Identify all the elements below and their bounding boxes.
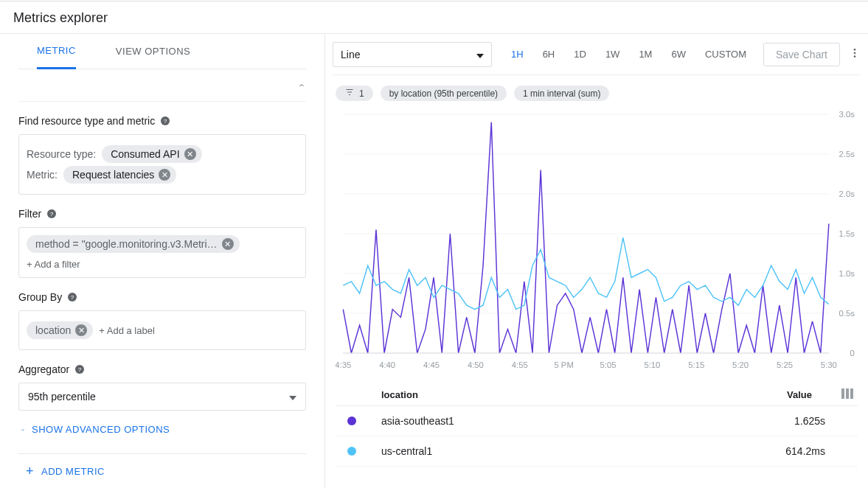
svg-text:3.0s: 3.0s (839, 110, 855, 119)
svg-point-9 (854, 52, 856, 55)
range-tab-6h[interactable]: 6H (543, 49, 555, 60)
overflow-menu-icon[interactable] (849, 47, 861, 61)
pill-group[interactable]: by location (95th percentile) (381, 86, 507, 101)
pill-filter-count[interactable]: 1 (336, 86, 373, 101)
chip-metric[interactable]: Request latencies ✕ (63, 166, 176, 184)
tab-metric[interactable]: Metric (37, 34, 76, 69)
chip-remove-icon[interactable]: ✕ (75, 324, 87, 336)
aggregator-select[interactable]: 95th percentile (18, 383, 306, 411)
svg-text:4:35: 4:35 (336, 360, 351, 369)
svg-text:5:30: 5:30 (821, 360, 837, 369)
chevron-up-icon[interactable] (297, 81, 306, 92)
find-resource-label: Find resource type and metric (18, 115, 155, 127)
legend-header-location[interactable]: location (381, 389, 418, 400)
chart-type-select[interactable]: Line (333, 42, 492, 67)
range-tab-1h[interactable]: 1H (511, 49, 524, 60)
help-icon[interactable]: ? (159, 115, 171, 127)
page-title: Metrics explorer (13, 10, 855, 26)
show-advanced-toggle[interactable]: SHOW ADVANCED OPTIONS (18, 424, 306, 435)
add-metric-label: ADD METRIC (41, 466, 105, 477)
svg-text:5:15: 5:15 (688, 360, 704, 369)
help-icon[interactable]: ? (74, 363, 86, 375)
add-metric-button[interactable]: + ADD METRIC (18, 453, 306, 488)
aggregator-value: 95th percentile (28, 391, 96, 402)
filter-box[interactable]: method = "google.monitoring.v3.Metri… ✕ … (18, 227, 306, 278)
legend-name: us-central1 (381, 445, 432, 457)
chip-group-text: location (35, 324, 71, 336)
chevron-down-icon (289, 391, 296, 402)
svg-text:5 PM: 5 PM (554, 360, 573, 369)
series-color-dot (347, 447, 356, 456)
svg-text:0: 0 (850, 349, 855, 358)
legend-value: 1.625s (794, 415, 825, 427)
help-icon[interactable]: ? (66, 291, 78, 303)
chip-remove-icon[interactable]: ✕ (184, 148, 196, 160)
legend-name: asia-southeast1 (381, 415, 454, 427)
pill-filter-count-text: 1 (359, 88, 364, 99)
pill-interval[interactable]: 1 min interval (sum) (514, 86, 609, 101)
chevron-down-icon (18, 424, 27, 435)
tab-view-options[interactable]: View Options (116, 34, 190, 69)
save-chart-button[interactable]: Save Chart (763, 43, 840, 66)
svg-text:?: ? (71, 294, 74, 301)
svg-rect-40 (850, 388, 853, 399)
svg-text:4:50: 4:50 (468, 360, 484, 369)
svg-point-10 (854, 55, 856, 57)
aggregator-label: Aggregator (18, 363, 69, 375)
add-label-link[interactable]: + Add a label (99, 325, 155, 336)
svg-text:5:05: 5:05 (600, 360, 617, 369)
legend-row[interactable]: asia-southeast1 1.625s (336, 406, 858, 436)
chevron-down-icon (476, 49, 484, 60)
line-chart[interactable]: 00.5s1.0s1.5s2.0s2.5s3.0s4:354:404:454:5… (336, 108, 858, 374)
svg-point-8 (854, 49, 856, 51)
chip-remove-icon[interactable]: ✕ (159, 169, 170, 181)
svg-text:5:20: 5:20 (732, 360, 749, 369)
columns-icon[interactable] (841, 388, 853, 401)
metric-label: Metric: (27, 169, 58, 181)
left-tabs: Metric View Options (18, 34, 306, 69)
svg-text:?: ? (78, 366, 82, 373)
svg-rect-39 (846, 388, 849, 399)
range-tab-1w[interactable]: 1W (605, 49, 620, 60)
resource-metric-box[interactable]: Resource type: Consumed API ✕ Metric: Re… (18, 134, 306, 195)
svg-rect-38 (841, 388, 844, 399)
svg-text:?: ? (50, 211, 54, 217)
svg-text:4:45: 4:45 (423, 360, 440, 369)
svg-text:4:40: 4:40 (379, 360, 395, 369)
svg-text:5:25: 5:25 (777, 360, 793, 369)
legend-value: 614.2ms (785, 445, 825, 457)
svg-text:1.0s: 1.0s (839, 269, 855, 278)
chip-resource-type[interactable]: Consumed API ✕ (102, 145, 201, 163)
filter-icon (344, 88, 355, 99)
range-tab-1d[interactable]: 1D (574, 49, 586, 60)
svg-text:1.5s: 1.5s (839, 229, 855, 238)
help-icon[interactable]: ? (46, 208, 58, 220)
svg-text:4:55: 4:55 (512, 360, 528, 369)
svg-text:0.5s: 0.5s (839, 309, 855, 318)
chip-group-location[interactable]: location ✕ (27, 321, 93, 339)
svg-text:?: ? (164, 118, 167, 125)
svg-text:5:10: 5:10 (644, 360, 660, 369)
chip-metric-text: Request latencies (72, 169, 154, 181)
add-filter-link[interactable]: + Add a filter (27, 259, 298, 270)
group-by-box[interactable]: location ✕ + Add a label (18, 310, 306, 350)
chip-filter-text: method = "google.monitoring.v3.Metri… (35, 238, 218, 250)
legend-header-value[interactable]: Value (787, 389, 812, 400)
range-tab-1m[interactable]: 1M (639, 49, 652, 60)
range-tab-6w[interactable]: 6W (671, 49, 686, 60)
chip-resource-type-text: Consumed API (111, 148, 179, 160)
chip-remove-icon[interactable]: ✕ (222, 238, 234, 250)
time-range-tabs: 1H6H1D1W1M6WCUSTOM (511, 49, 746, 60)
range-tab-custom[interactable]: CUSTOM (705, 49, 746, 60)
svg-text:2.5s: 2.5s (839, 150, 855, 158)
chip-filter-method[interactable]: method = "google.monitoring.v3.Metri… ✕ (27, 235, 240, 253)
svg-text:2.0s: 2.0s (839, 189, 855, 198)
resource-type-label: Resource type: (27, 148, 96, 160)
show-advanced-label: SHOW ADVANCED OPTIONS (32, 424, 170, 435)
group-by-label: Group By (18, 291, 62, 303)
series-color-dot (347, 416, 356, 425)
filter-label: Filter (18, 208, 41, 220)
legend-row[interactable]: us-central1 614.2ms (336, 436, 858, 467)
chart-type-value: Line (341, 49, 360, 60)
plus-icon: + (26, 464, 34, 479)
